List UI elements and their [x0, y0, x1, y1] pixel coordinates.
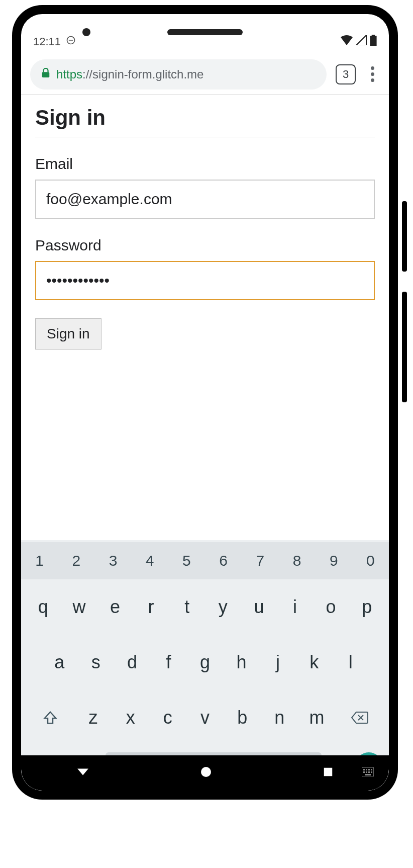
key-q[interactable]: q [25, 588, 61, 626]
soft-keyboard: 1 2 3 4 5 6 7 8 9 0 q w e r t y u i o [21, 540, 389, 791]
key-3[interactable]: 3 [94, 542, 131, 579]
key-2[interactable]: 2 [58, 542, 94, 579]
key-k[interactable]: k [296, 644, 332, 681]
sign-in-button[interactable]: Sign in [35, 318, 101, 350]
svg-rect-12 [366, 769, 367, 770]
key-a[interactable]: a [41, 644, 77, 681]
phone-camera [82, 28, 90, 36]
key-f[interactable]: f [150, 644, 186, 681]
url-scheme: https [56, 67, 82, 81]
lock-icon [41, 68, 50, 81]
svg-rect-15 [363, 771, 365, 773]
android-nav-bar [21, 755, 389, 791]
key-1[interactable]: 1 [21, 542, 58, 579]
key-u[interactable]: u [241, 588, 277, 626]
svg-rect-3 [372, 35, 375, 36]
svg-rect-13 [368, 769, 370, 770]
key-7[interactable]: 7 [242, 542, 278, 579]
svg-rect-4 [42, 72, 50, 77]
key-b[interactable]: b [224, 699, 261, 736]
key-5[interactable]: 5 [168, 542, 205, 579]
cell-signal-icon [356, 35, 367, 48]
svg-rect-9 [324, 768, 333, 776]
key-s[interactable]: s [77, 644, 114, 681]
key-j[interactable]: j [260, 644, 296, 681]
dnd-icon [66, 35, 76, 48]
key-v[interactable]: v [186, 699, 224, 736]
page-title: Sign in [35, 106, 375, 137]
email-field-group: Email [35, 155, 375, 219]
nav-back-button[interactable] [76, 765, 89, 780]
backspace-key[interactable] [336, 699, 384, 736]
key-t[interactable]: t [169, 588, 205, 626]
key-x[interactable]: x [112, 699, 149, 736]
phone-frame: 12:11 [12, 5, 398, 800]
phone-screen: 12:11 [21, 14, 389, 791]
key-9[interactable]: 9 [316, 542, 352, 579]
page-content: Sign in Email Password Sign in [21, 95, 389, 540]
keyboard-row-1: q w e r t y u i o p [21, 579, 389, 635]
key-i[interactable]: i [277, 588, 313, 626]
phone-speaker [167, 29, 243, 35]
key-c[interactable]: c [149, 699, 186, 736]
shift-key[interactable] [26, 699, 74, 736]
svg-point-8 [201, 767, 211, 777]
key-0[interactable]: 0 [352, 542, 389, 579]
key-8[interactable]: 8 [278, 542, 315, 579]
key-z[interactable]: z [74, 699, 112, 736]
browser-menu-button[interactable] [365, 66, 380, 82]
key-n[interactable]: n [261, 699, 298, 736]
key-o[interactable]: o [313, 588, 349, 626]
svg-rect-2 [370, 36, 376, 46]
key-p[interactable]: p [349, 588, 385, 626]
email-input[interactable] [35, 180, 375, 219]
status-time: 12:11 [33, 35, 61, 48]
ime-switch-icon[interactable] [362, 767, 374, 779]
svg-rect-19 [365, 774, 371, 775]
svg-rect-14 [371, 769, 372, 770]
key-w[interactable]: w [61, 588, 97, 626]
keyboard-row-3: z x c v b n m [21, 690, 389, 745]
phone-volume-button [402, 292, 407, 402]
nav-home-button[interactable] [200, 766, 212, 780]
key-4[interactable]: 4 [132, 542, 168, 579]
battery-icon [370, 35, 377, 49]
key-6[interactable]: 6 [205, 542, 242, 579]
key-h[interactable]: h [223, 644, 259, 681]
wifi-icon [341, 35, 353, 48]
key-e[interactable]: e [97, 588, 133, 626]
key-l[interactable]: l [333, 644, 369, 681]
password-field-group: Password [35, 237, 375, 300]
password-label: Password [35, 237, 375, 254]
key-m[interactable]: m [298, 699, 335, 736]
svg-rect-11 [363, 769, 365, 770]
key-r[interactable]: r [133, 588, 169, 626]
browser-toolbar: https://signin-form.glitch.me 3 [21, 54, 389, 95]
phone-power-button [402, 201, 407, 272]
svg-rect-17 [368, 771, 370, 773]
url-host: signin-form.glitch.me [92, 67, 203, 81]
svg-rect-18 [371, 771, 372, 773]
url-bar[interactable]: https://signin-form.glitch.me [30, 59, 327, 90]
key-g[interactable]: g [187, 644, 223, 681]
key-y[interactable]: y [205, 588, 241, 626]
keyboard-row-2: a s d f g h j k l [21, 635, 389, 690]
keyboard-number-row: 1 2 3 4 5 6 7 8 9 0 [21, 542, 389, 579]
password-input[interactable] [35, 261, 375, 300]
tab-count: 3 [343, 68, 349, 81]
email-label: Email [35, 155, 375, 172]
nav-recents-button[interactable] [323, 766, 334, 779]
url-sep: :// [82, 67, 92, 81]
tab-switcher-button[interactable]: 3 [336, 64, 356, 84]
svg-rect-16 [366, 771, 367, 773]
key-d[interactable]: d [114, 644, 150, 681]
